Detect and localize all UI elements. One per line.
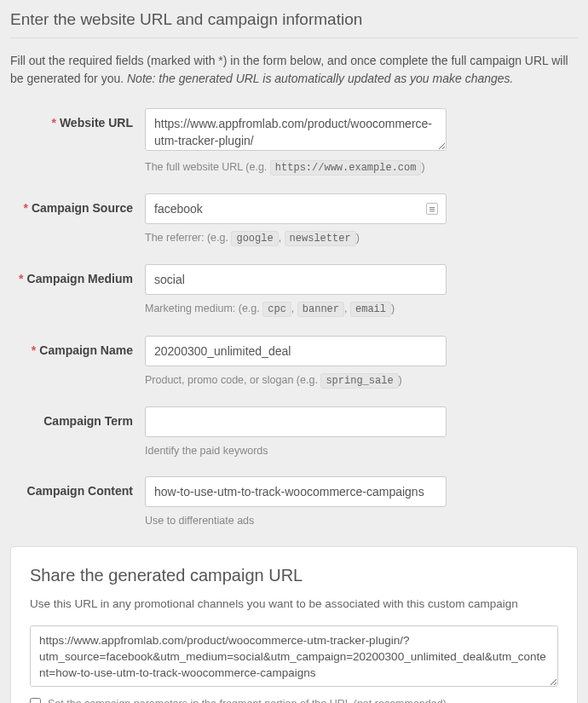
website-url-input[interactable]: https://www.appfromlab.com/product/wooco… — [145, 108, 447, 151]
campaign-medium-input[interactable] — [145, 264, 447, 295]
row-campaign-term: Campaign Term Identify the paid keywords — [10, 406, 578, 459]
campaign-term-input[interactable] — [145, 406, 447, 437]
page-title: Enter the website URL and campaign infor… — [10, 10, 578, 38]
generated-url-output[interactable]: https://www.appfromlab.com/product/wooco… — [30, 625, 558, 687]
hint-campaign-content: Use to differentiate ads — [145, 512, 578, 529]
fragment-checkbox-row[interactable]: Set the campaign parameters in the fragm… — [30, 698, 558, 703]
label-campaign-content: Campaign Content — [10, 476, 145, 498]
hint-campaign-term: Identify the paid keywords — [145, 442, 578, 459]
share-title: Share the generated campaign URL — [30, 566, 558, 585]
hint-campaign-medium: Marketing medium: (e.g. cpc, banner, ema… — [145, 300, 578, 318]
row-campaign-name: *Campaign Name Product, promo code, or s… — [10, 336, 578, 389]
fragment-label: Set the campaign parameters in the fragm… — [48, 698, 449, 703]
label-campaign-name: *Campaign Name — [10, 336, 145, 357]
intro-text: Fill out the required fields (marked wit… — [10, 52, 578, 88]
row-campaign-content: Campaign Content Use to differentiate ad… — [10, 476, 578, 529]
intro-note: Note: the generated URL is automatically… — [127, 72, 513, 85]
label-campaign-term: Campaign Term — [10, 406, 145, 428]
row-campaign-medium: *Campaign Medium Marketing medium: (e.g.… — [10, 264, 578, 318]
hint-campaign-source: The referrer: (e.g. google, newsletter) — [145, 229, 578, 247]
campaign-content-input[interactable] — [145, 476, 447, 507]
autofill-icon: ≡ — [426, 203, 438, 215]
label-website-url: *Website URL — [10, 108, 145, 130]
hint-campaign-name: Product, promo code, or slogan (e.g. spr… — [145, 372, 578, 389]
label-campaign-medium: *Campaign Medium — [10, 264, 145, 285]
label-campaign-source: *Campaign Source — [10, 193, 145, 215]
fragment-checkbox[interactable] — [30, 698, 41, 703]
campaign-name-input[interactable] — [145, 336, 447, 366]
share-panel: Share the generated campaign URL Use thi… — [10, 546, 578, 703]
row-website-url: *Website URL https://www.appfromlab.com/… — [10, 108, 578, 176]
share-subtitle: Use this URL in any promotional channels… — [30, 597, 558, 610]
campaign-source-input[interactable] — [145, 193, 447, 224]
hint-website-url: The full website URL (e.g. https://www.e… — [145, 158, 578, 176]
row-campaign-source: *Campaign Source ≡ The referrer: (e.g. g… — [10, 193, 578, 247]
